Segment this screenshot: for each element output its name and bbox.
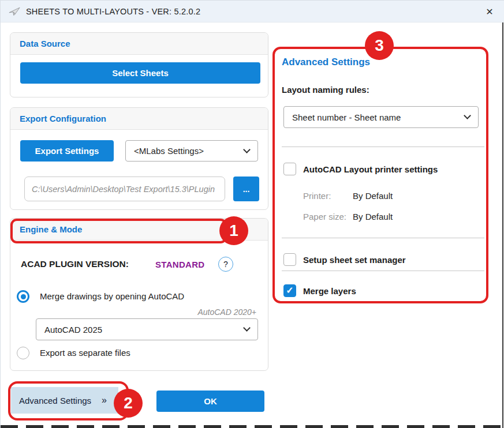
printer-settings-label: AutoCAD Layout printer settings [303, 164, 438, 174]
export-separate-radio[interactable] [17, 347, 29, 359]
plugin-version-label: ACAD PLUGIN VERSION: [21, 259, 129, 269]
chevron-down-icon [243, 146, 251, 153]
help-icon[interactable]: ? [218, 257, 233, 272]
sheet-set-manager-checkbox[interactable]: ✓ [283, 253, 296, 266]
export-configuration-header: Export Configuration [10, 108, 268, 130]
layout-naming-value: Sheet number - Sheet name [292, 112, 401, 122]
chevron-down-icon [464, 112, 471, 119]
plugin-version-value: STANDARD [155, 260, 204, 269]
title-bar: SHEETS TO MULTI-LAYOUTS - VER: 5.2.0.2 ✕ [1, 1, 504, 22]
window-right-border [502, 22, 503, 428]
engine-mode-header: Engine & Mode [10, 219, 268, 241]
select-sheets-button[interactable]: Select Sheets [20, 62, 260, 84]
settings-profile-dropdown[interactable]: <MLabs Settings> [125, 140, 258, 162]
advanced-settings-button[interactable]: Advanced Settings » [11, 387, 118, 414]
autocad-version-dropdown[interactable]: AutoCAD 2025 [36, 318, 258, 340]
paper-size-value: By Default [353, 212, 393, 221]
settings-profile-value: <MLabs Settings> [134, 146, 204, 156]
ok-button[interactable]: OK [156, 391, 264, 412]
dialog-window: SHEETS TO MULTI-LAYOUTS - VER: 5.2.0.2 ✕… [0, 0, 504, 428]
chevron-down-icon [243, 324, 251, 332]
divider [282, 271, 484, 271]
window-title: SHEETS TO MULTI-LAYOUTS - VER: 5.2.0.2 [26, 7, 200, 16]
divider [282, 238, 484, 238]
layout-naming-label: Layout naming rules: [282, 85, 369, 95]
merge-drawings-label: Merge drawings by opening AutoCAD [40, 291, 184, 301]
advanced-settings-button-label: Advanced Settings [19, 396, 102, 406]
double-chevron-right-icon: » [102, 395, 107, 406]
annotation-badge-3: 3 [365, 31, 394, 60]
export-separate-label: Export as separate files [40, 348, 130, 358]
paper-plane-icon [8, 6, 21, 17]
export-path-input[interactable]: C:\Users\Admin\Desktop\Test Export\15.3\… [24, 177, 225, 201]
printer-label: Printer: [303, 191, 331, 201]
autocad-version-value: AutoCAD 2025 [44, 325, 102, 335]
advanced-panel-title: Advanced Settings [282, 57, 370, 68]
export-settings-button[interactable]: Export Settings [20, 140, 114, 162]
window-bottom-border [1, 425, 504, 428]
autocad-version-hint: AutoCAD 2020+ [174, 307, 256, 317]
layout-naming-dropdown[interactable]: Sheet number - Sheet name [283, 106, 479, 128]
merge-layers-label: Merge layers [303, 286, 356, 296]
divider [282, 147, 484, 147]
merge-layers-checkbox[interactable]: ✓ [283, 284, 296, 297]
close-icon[interactable]: ✕ [481, 3, 498, 20]
printer-settings-checkbox[interactable]: ✓ [283, 163, 296, 175]
check-icon: ✓ [286, 286, 293, 295]
merge-drawings-radio[interactable] [17, 290, 29, 303]
browse-button[interactable]: ... [233, 177, 259, 201]
paper-size-label: Paper size: [303, 212, 346, 221]
data-source-header: Data Source [10, 33, 268, 55]
sheet-set-manager-label: Setup sheet set manager [303, 255, 406, 265]
printer-value: By Default [353, 191, 393, 201]
